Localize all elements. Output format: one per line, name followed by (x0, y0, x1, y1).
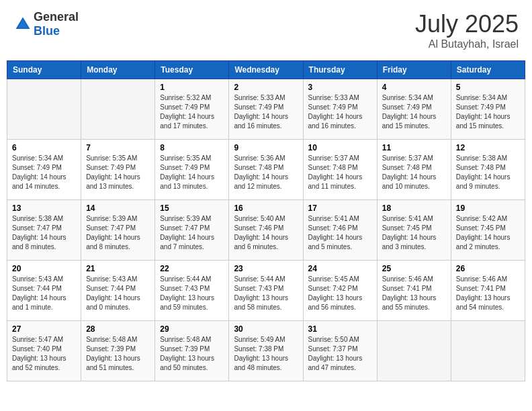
day-info: Sunrise: 5:35 AMSunset: 7:49 PMDaylight:… (160, 154, 214, 190)
day-info: Sunrise: 5:33 AMSunset: 7:49 PMDaylight:… (308, 94, 363, 130)
calendar-cell: 15Sunrise: 5:39 AMSunset: 7:47 PMDayligh… (155, 200, 229, 261)
day-info: Sunrise: 5:36 AMSunset: 7:48 PMDaylight:… (234, 154, 288, 190)
weekday-header-row: SundayMondayTuesdayWednesdayThursdayFrid… (7, 61, 525, 79)
day-number: 10 (308, 143, 372, 152)
weekday-header-tuesday: Tuesday (155, 61, 229, 79)
calendar-body: 1Sunrise: 5:32 AMSunset: 7:49 PMDaylight… (7, 79, 525, 381)
day-info: Sunrise: 5:48 AMSunset: 7:39 PMDaylight:… (86, 336, 140, 371)
logo-general-text: General (34, 10, 79, 24)
day-info: Sunrise: 5:46 AMSunset: 7:41 PMDaylight:… (382, 275, 437, 311)
calendar-cell: 19Sunrise: 5:42 AMSunset: 7:45 PMDayligh… (451, 200, 525, 261)
weekday-header-thursday: Thursday (303, 61, 377, 79)
day-info: Sunrise: 5:44 AMSunset: 7:43 PMDaylight:… (160, 275, 214, 311)
calendar-week-row: 20Sunrise: 5:43 AMSunset: 7:44 PMDayligh… (7, 261, 525, 321)
weekday-header-wednesday: Wednesday (229, 61, 303, 79)
day-info: Sunrise: 5:37 AMSunset: 7:48 PMDaylight:… (382, 154, 437, 190)
calendar-cell: 5Sunrise: 5:34 AMSunset: 7:49 PMDaylight… (451, 79, 525, 140)
day-number: 17 (308, 203, 372, 213)
logo-icon (13, 15, 32, 34)
day-number: 23 (234, 264, 298, 273)
calendar-cell: 20Sunrise: 5:43 AMSunset: 7:44 PMDayligh… (7, 261, 81, 321)
calendar-cell: 25Sunrise: 5:46 AMSunset: 7:41 PMDayligh… (377, 261, 451, 321)
day-number: 24 (308, 264, 372, 273)
day-info: Sunrise: 5:47 AMSunset: 7:40 PMDaylight:… (12, 336, 66, 371)
calendar-cell: 29Sunrise: 5:48 AMSunset: 7:39 PMDayligh… (155, 321, 229, 381)
calendar-week-row: 6Sunrise: 5:34 AMSunset: 7:49 PMDaylight… (7, 140, 525, 200)
day-number: 29 (160, 324, 224, 334)
calendar-week-row: 1Sunrise: 5:32 AMSunset: 7:49 PMDaylight… (7, 79, 525, 140)
calendar-cell: 6Sunrise: 5:34 AMSunset: 7:49 PMDaylight… (7, 140, 81, 200)
day-number: 9 (234, 143, 298, 152)
day-info: Sunrise: 5:41 AMSunset: 7:46 PMDaylight:… (308, 215, 363, 250)
day-number: 7 (86, 143, 150, 152)
day-number: 11 (382, 143, 446, 152)
calendar-cell: 3Sunrise: 5:33 AMSunset: 7:49 PMDaylight… (303, 79, 377, 140)
calendar-week-row: 13Sunrise: 5:38 AMSunset: 7:47 PMDayligh… (7, 200, 525, 261)
day-number: 20 (12, 264, 76, 273)
weekday-header-monday: Monday (81, 61, 155, 79)
calendar-cell: 10Sunrise: 5:37 AMSunset: 7:48 PMDayligh… (303, 140, 377, 200)
weekday-header-saturday: Saturday (451, 61, 525, 79)
day-number: 15 (160, 203, 224, 213)
logo: General Blue (13, 10, 79, 38)
calendar-cell: 22Sunrise: 5:44 AMSunset: 7:43 PMDayligh… (155, 261, 229, 321)
day-info: Sunrise: 5:50 AMSunset: 7:37 PMDaylight:… (308, 336, 363, 371)
day-info: Sunrise: 5:33 AMSunset: 7:49 PMDaylight:… (234, 94, 288, 130)
day-number: 31 (308, 324, 372, 334)
calendar-cell (7, 79, 81, 140)
weekday-header-friday: Friday (377, 61, 451, 79)
day-number: 1 (160, 83, 224, 92)
calendar-cell: 28Sunrise: 5:48 AMSunset: 7:39 PMDayligh… (81, 321, 155, 381)
day-info: Sunrise: 5:49 AMSunset: 7:38 PMDaylight:… (234, 336, 288, 371)
calendar-cell: 27Sunrise: 5:47 AMSunset: 7:40 PMDayligh… (7, 321, 81, 381)
calendar-table: SundayMondayTuesdayWednesdayThursdayFrid… (7, 60, 525, 381)
calendar-cell (451, 321, 525, 381)
day-info: Sunrise: 5:43 AMSunset: 7:44 PMDaylight:… (86, 275, 140, 311)
day-number: 2 (234, 83, 298, 92)
calendar-cell: 31Sunrise: 5:50 AMSunset: 7:37 PMDayligh… (303, 321, 377, 381)
month-year-title: July 2025 (415, 10, 519, 38)
calendar-cell: 16Sunrise: 5:40 AMSunset: 7:46 PMDayligh… (229, 200, 303, 261)
calendar-cell: 30Sunrise: 5:49 AMSunset: 7:38 PMDayligh… (229, 321, 303, 381)
calendar-week-row: 27Sunrise: 5:47 AMSunset: 7:40 PMDayligh… (7, 321, 525, 381)
day-number: 13 (12, 203, 76, 213)
day-number: 21 (86, 264, 150, 273)
day-info: Sunrise: 5:40 AMSunset: 7:46 PMDaylight:… (234, 215, 288, 250)
calendar-cell (377, 321, 451, 381)
day-number: 14 (86, 203, 150, 213)
calendar-cell: 2Sunrise: 5:33 AMSunset: 7:49 PMDaylight… (229, 79, 303, 140)
day-number: 4 (382, 83, 446, 92)
day-number: 12 (456, 143, 520, 152)
calendar-cell: 9Sunrise: 5:36 AMSunset: 7:48 PMDaylight… (229, 140, 303, 200)
title-block: July 2025 Al Butayhah, Israel (415, 10, 519, 50)
day-number: 25 (382, 264, 446, 273)
day-number: 5 (456, 83, 520, 92)
calendar-cell: 11Sunrise: 5:37 AMSunset: 7:48 PMDayligh… (377, 140, 451, 200)
calendar-cell: 12Sunrise: 5:38 AMSunset: 7:48 PMDayligh… (451, 140, 525, 200)
calendar-cell: 14Sunrise: 5:39 AMSunset: 7:47 PMDayligh… (81, 200, 155, 261)
day-info: Sunrise: 5:37 AMSunset: 7:48 PMDaylight:… (308, 154, 363, 190)
day-number: 27 (12, 324, 76, 334)
day-number: 3 (308, 83, 372, 92)
day-number: 8 (160, 143, 224, 152)
day-number: 16 (234, 203, 298, 213)
day-info: Sunrise: 5:39 AMSunset: 7:47 PMDaylight:… (86, 215, 140, 250)
day-info: Sunrise: 5:48 AMSunset: 7:39 PMDaylight:… (160, 336, 214, 371)
day-number: 19 (456, 203, 520, 213)
day-number: 28 (86, 324, 150, 334)
calendar-cell: 18Sunrise: 5:41 AMSunset: 7:45 PMDayligh… (377, 200, 451, 261)
weekday-header-sunday: Sunday (7, 61, 81, 79)
day-info: Sunrise: 5:38 AMSunset: 7:47 PMDaylight:… (12, 215, 66, 250)
day-number: 26 (456, 264, 520, 273)
calendar-cell: 8Sunrise: 5:35 AMSunset: 7:49 PMDaylight… (155, 140, 229, 200)
day-info: Sunrise: 5:34 AMSunset: 7:49 PMDaylight:… (382, 94, 437, 130)
day-info: Sunrise: 5:34 AMSunset: 7:49 PMDaylight:… (456, 94, 511, 130)
day-info: Sunrise: 5:39 AMSunset: 7:47 PMDaylight:… (160, 215, 214, 250)
day-info: Sunrise: 5:42 AMSunset: 7:45 PMDaylight:… (456, 215, 511, 250)
calendar-cell: 4Sunrise: 5:34 AMSunset: 7:49 PMDaylight… (377, 79, 451, 140)
day-info: Sunrise: 5:35 AMSunset: 7:49 PMDaylight:… (86, 154, 140, 190)
calendar-cell: 26Sunrise: 5:46 AMSunset: 7:41 PMDayligh… (451, 261, 525, 321)
calendar-cell: 7Sunrise: 5:35 AMSunset: 7:49 PMDaylight… (81, 140, 155, 200)
calendar-cell (81, 79, 155, 140)
day-number: 22 (160, 264, 224, 273)
